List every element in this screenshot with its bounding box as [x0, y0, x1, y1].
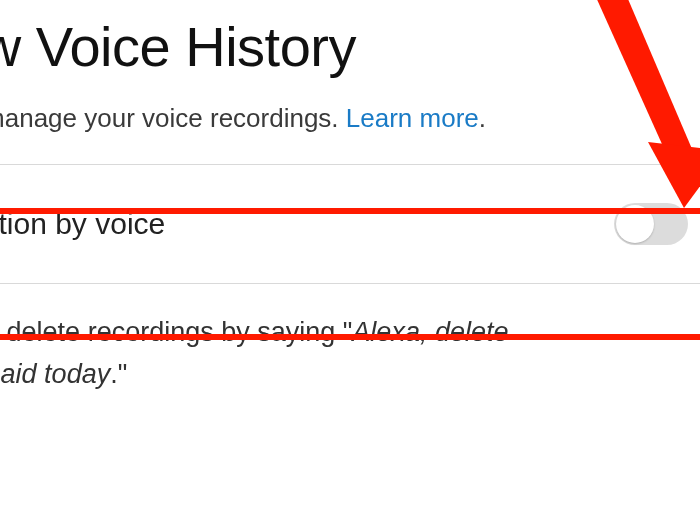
setting-description: Allows you to delete recordings by sayin…: [0, 312, 700, 396]
toggle-knob: [616, 205, 654, 243]
subtitle-text: Review and manage your voice recordings.: [0, 103, 346, 133]
subtitle-suffix: .: [479, 103, 486, 133]
desc-line1-italic: Alexa, delete: [352, 317, 508, 347]
desc-line2-italic: everything I said today: [0, 359, 110, 389]
desc-line2-suffix: .": [110, 359, 127, 389]
divider-bottom: [0, 283, 700, 284]
setting-row-enable-deletion: Enable deletion by voice: [0, 165, 700, 283]
learn-more-link[interactable]: Learn more: [346, 103, 479, 133]
page-title: Review Voice History: [0, 14, 700, 79]
page-subtitle: Review and manage your voice recordings.…: [0, 103, 700, 134]
setting-label: Enable deletion by voice: [0, 207, 165, 241]
toggle-enable-deletion[interactable]: [614, 203, 688, 245]
desc-line1-prefix: Allows you to delete recordings by sayin…: [0, 317, 352, 347]
